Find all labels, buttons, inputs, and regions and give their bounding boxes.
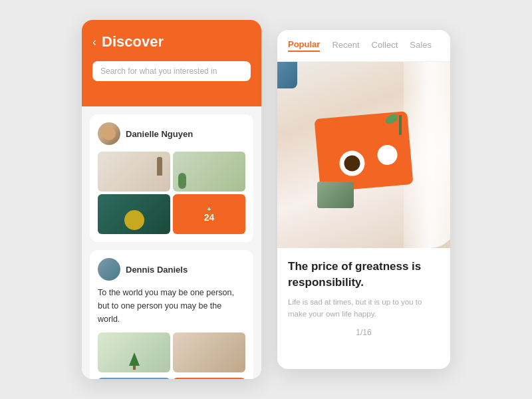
grid-image-2[interactable]	[173, 152, 245, 192]
plus-badge-1[interactable]: + 24	[173, 194, 245, 234]
tray-plant	[390, 102, 410, 135]
quote-image-3[interactable]	[98, 378, 170, 379]
plant-stem	[399, 115, 402, 135]
article-content: The price of greatness is responsibility…	[277, 62, 450, 369]
quote-image-2[interactable]	[173, 332, 245, 372]
tab-sales[interactable]: Sales	[410, 40, 432, 51]
avatar-img-1	[98, 122, 120, 145]
deco-plate	[124, 210, 144, 230]
plus-count-1: 24	[204, 213, 215, 222]
user-row-1: Danielle Nguyen	[98, 122, 245, 145]
avatar-1	[98, 122, 120, 145]
article-image	[277, 62, 450, 248]
magazine-card	[317, 182, 354, 208]
user-name-1: Danielle Nguyen	[126, 129, 193, 139]
quote-image-1[interactable]	[98, 332, 170, 372]
pagination: 1/16	[356, 328, 371, 337]
article-title: The price of greatness is responsibility…	[288, 259, 440, 291]
tab-popular[interactable]: Popular	[288, 39, 320, 52]
grid-image-3[interactable]	[98, 194, 170, 234]
grid-image-1[interactable]	[98, 152, 170, 192]
user-section-1: Danielle Nguyen + 24	[90, 114, 253, 242]
article-body: The price of greatness is responsibility…	[277, 248, 450, 348]
deco-cactus	[178, 173, 186, 189]
article-description: Life is sad at times, but it is up to yo…	[288, 296, 440, 321]
tray-scene	[304, 88, 424, 221]
user-row-2: Dennis Daniels	[98, 258, 245, 281]
image-grid-1: + 24	[98, 152, 245, 234]
page-title: Discover	[102, 33, 164, 51]
tabs-bar: Popular Recent Collect Sales	[277, 30, 450, 62]
tray-coffee-cup	[338, 150, 366, 177]
user-name-2: Dennis Daniels	[126, 265, 188, 275]
avatar-2	[98, 258, 120, 281]
corner-accent	[277, 62, 297, 88]
right-panel: Popular Recent Collect Sales	[277, 30, 450, 369]
left-header: ‹ Discover Search for what you intereste…	[82, 20, 261, 106]
left-panel: ‹ Discover Search for what you intereste…	[82, 20, 261, 379]
plus-badge-2[interactable]: + +12	[173, 378, 245, 379]
quote-img-grid	[98, 332, 245, 372]
deco-tree	[129, 351, 140, 370]
user-section-2: Dennis Daniels To the world you may be o…	[90, 250, 253, 379]
tab-recent[interactable]: Recent	[332, 40, 359, 51]
left-body: Danielle Nguyen + 24	[82, 106, 261, 379]
deco-bottle	[157, 157, 162, 176]
article-footer: 1/16	[288, 328, 440, 337]
search-bar[interactable]: Search for what you interested in	[92, 61, 251, 81]
tray-coffee-inner	[343, 155, 360, 172]
avatar-face-1	[102, 127, 116, 140]
back-row: ‹ Discover	[92, 33, 251, 51]
tree-top	[129, 352, 140, 366]
back-icon[interactable]: ‹	[92, 35, 96, 49]
quote-text: To the world you may be one person, but …	[98, 286, 245, 326]
quote-bottom-grid: + +12	[98, 378, 245, 379]
tray-candle	[376, 144, 398, 166]
tab-collect[interactable]: Collect	[372, 40, 398, 51]
